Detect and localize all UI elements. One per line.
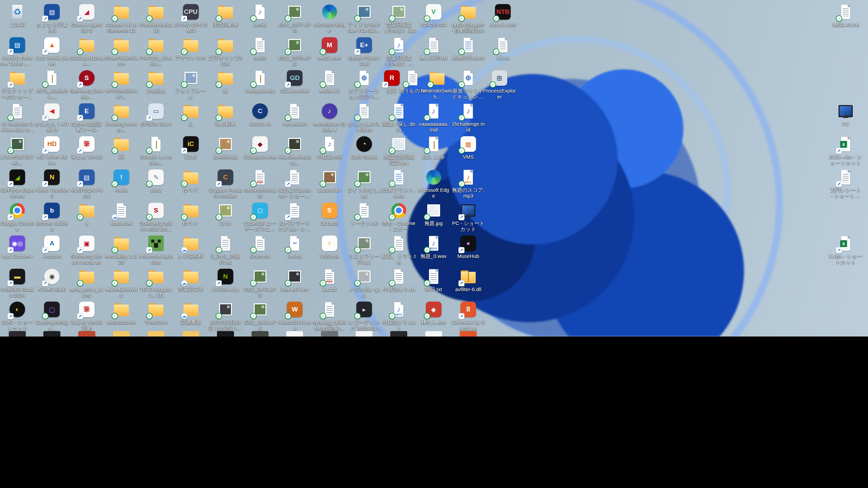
desktop-icon[interactable]: ✓PIAPRO_CHARA... (139, 37, 173, 67)
desktop-icon[interactable]: ◢↗GeForce Experience (0, 169, 35, 199)
desktop-icon[interactable]: CCeVIO AI (243, 103, 277, 127)
desktop-icon[interactable]: ✓TimeTune (139, 301, 173, 325)
desktop-icon[interactable]: ✓フォトフレーム (174, 69, 208, 100)
desktop-icon[interactable]: ♪WAV✓小銭詰まり.wav (381, 301, 416, 331)
desktop-icon[interactable]: ▦✓VMS (451, 136, 486, 160)
cut-off-icon-top[interactable] (286, 331, 303, 337)
desktop-icon[interactable]: ✓ESC_2877.JPG (277, 3, 312, 34)
desktop-icon[interactable]: ✓ゆうと (174, 202, 208, 226)
desktop-icon[interactable]: ✓general.ini (277, 103, 312, 127)
desktop-icon[interactable]: ✓営業日変更（月水金）.jpg (381, 3, 416, 34)
desktop-icon[interactable]: ↗Google Chrome (0, 202, 35, 232)
desktop-icon[interactable]: ✎✓Lhaz (139, 169, 173, 193)
desktop-icon[interactable]: ✓MikuMikuWorld (104, 268, 139, 298)
desktop-icon[interactable]: ✓アナウンス冬 (174, 37, 208, 61)
desktop-icon[interactable]: ♻ごみ箱 (0, 3, 35, 27)
desktop-icon[interactable]: ✓(仮)_1.zip (416, 136, 451, 160)
desktop-icon[interactable]: ☁Masayuki (104, 202, 139, 226)
desktop-icon[interactable]: ☁交通事故 (174, 301, 208, 325)
desktop-icon[interactable]: ▬↗Insta360 Studio 2024 (0, 268, 35, 298)
desktop-icon[interactable]: NTB✓あああ.ppsf (486, 3, 520, 27)
cut-off-icon-top[interactable] (321, 331, 338, 337)
desktop-icon[interactable]: ✓6973_Audiority-... (35, 69, 69, 100)
desktop-icon[interactable]: ✓ppt2AD9.pptm - 自動回復済み (451, 3, 486, 34)
desktop-icon[interactable]: ✓synology diskstation関係.t... (312, 301, 347, 331)
desktop-icon[interactable]: ✓メダル払い.jpg (347, 268, 381, 298)
desktop-icon[interactable]: ✓植物の姿.docx (451, 37, 486, 61)
desktop-icon[interactable]: ▭↗EPSON Scan (139, 103, 173, 127)
desktop-icon[interactable]: ▸✓レコーディング 2025-03-1... (347, 301, 381, 331)
cut-off-icon-top[interactable] (356, 331, 373, 337)
desktop-icon[interactable]: ✓無題.jpg (416, 202, 451, 226)
desktop-icon[interactable]: ✓a.usc (243, 37, 277, 61)
desktop-icon[interactable]: ●↗MuseHub (451, 235, 486, 259)
desktop-icon[interactable]: ♪MuseScore Studio 4 (312, 103, 347, 133)
desktop-icon[interactable]: ↗PC - ショートカット (451, 202, 486, 232)
desktop-icon[interactable]: ✓友 (208, 69, 243, 94)
desktop-icon[interactable]: ◢↗Groove Agent SE 5 (70, 3, 104, 34)
desktop-icon[interactable]: ☁レジ袋有料 (174, 235, 208, 259)
desktop-icon[interactable]: W✓iWatchDVR.exe (277, 301, 312, 331)
cut-off-icon-top[interactable] (113, 331, 130, 337)
desktop-icon[interactable]: ✓ESC_2472.JPG (243, 268, 277, 298)
cut-off-icon-top[interactable] (252, 331, 269, 337)
desktop-icon[interactable]: ◻✓CubeICE ユーザーズマニュアル (243, 202, 277, 232)
desktop-icon[interactable]: ♪✓a.mid (243, 3, 277, 27)
desktop-icon[interactable]: ✓17cce509721746... (0, 136, 35, 166)
desktop-icon[interactable]: ✓父子キャンプ2018 (208, 37, 243, 67)
cut-off-icon-top[interactable] (78, 331, 95, 337)
desktop-icon[interactable]: ✓電気自動車 (208, 3, 243, 27)
desktop-icon[interactable]: ↗万円レシート - ショートカット (828, 169, 863, 199)
desktop-icon[interactable]: ♪✓uaaaaaaaaa.mid (416, 103, 451, 133)
desktop-icon[interactable]: S✓Steinberg built-in ASIO Driver 1.0.9 (139, 202, 173, 232)
desktop-icon[interactable]: CPU↗CPUID CPU-Z MSI (174, 3, 208, 34)
desktop-icon[interactable]: ◆✓林さん.exe (416, 301, 451, 325)
desktop-icon[interactable]: ♪WAV✓営業日変更（月水金）.wav (381, 37, 416, 67)
desktop-icon[interactable]: ✓アイドルYouTube YOASOBI - Topi... (347, 3, 381, 34)
desktop-icon[interactable]: ✓EnterFolderName (104, 37, 139, 67)
desktop-icon[interactable]: X↗2023-.xlsx - ショートカット (828, 136, 863, 166)
desktop-icon[interactable]: ✓明日.txt (416, 268, 451, 292)
desktop-icon[interactable]: ↗IDおよびpass.txt - ショートカット (277, 169, 312, 199)
desktop-icon[interactable]: ✓MoZA.ini (312, 69, 347, 94)
desktop-icon[interactable]: ✓Scratch 1.4.msi.in... (139, 136, 173, 166)
desktop-icon[interactable]: ✓トークン.txt (347, 202, 381, 226)
desktop-icon[interactable]: 筆↗筆まめ Ver.33 (70, 136, 104, 160)
desktop-icon[interactable]: ✓MuseScore4 (104, 301, 139, 325)
desktop-icon[interactable]: PC (828, 103, 863, 127)
desktop-icon[interactable]: S↗Steinberg Downlo... (70, 69, 104, 100)
desktop-icon[interactable]: ✓タイトルなし.jpg (347, 169, 381, 199)
desktop-icon[interactable]: ✓ミニトマト一円.jpg (347, 235, 381, 265)
desktop-icon[interactable]: 筆↗筆まめ Ver.33起動 (70, 301, 104, 331)
desktop-icon[interactable]: C↗Crypton Product Installer (208, 169, 243, 199)
desktop-icon[interactable]: ✓a (70, 202, 104, 226)
desktop-icon[interactable]: ✓TETO-tougou-1... (1) (139, 268, 173, 298)
desktop-icon[interactable]: ✓MediaBay 1.2.20 (104, 235, 139, 265)
desktop-icon[interactable]: ✓3_24-3_25旅行.txt (208, 235, 243, 265)
desktop-icon[interactable]: ✓aero_arrow_xl.png (70, 268, 104, 298)
desktop-icon[interactable]: Microsoft Edge (416, 169, 451, 199)
desktop-icon[interactable]: ✓114856.jpg (208, 136, 243, 160)
desktop-icon[interactable]: ✓83011dbd124a4... (70, 37, 104, 67)
cut-off-icon-top[interactable] (217, 331, 234, 337)
desktop-icon[interactable]: ✓路上駐車 (208, 103, 243, 127)
desktop-icon[interactable]: ▤↗さよなら手書き5 (35, 3, 69, 34)
desktop-icon[interactable]: GD↗GDLauncher (277, 69, 312, 94)
cut-off-icon-top[interactable] (147, 331, 164, 337)
desktop-icon[interactable]: ✓15 Seconds Online ADB Installer an... (0, 103, 35, 133)
desktop-icon[interactable]: ▤↗Intel(R) Extreme Tuning Utility (0, 37, 35, 67)
desktop-icon[interactable]: ✓image0.jpeg (277, 268, 312, 292)
desktop-icon[interactable]: ✓気温方眼用紙設定.jpg (381, 136, 416, 166)
desktop-icon[interactable]: PDF✓aa.pdf (312, 268, 347, 292)
desktop-icon[interactable]: ✓2021年2月19日 11時2分 (1).jpg (208, 301, 243, 331)
desktop-icon[interactable]: !✓malib (104, 169, 139, 193)
desktop-icon[interactable]: PDF✓consentform.pdf (243, 169, 277, 199)
desktop-icon[interactable]: iC↗iCUE (174, 136, 208, 160)
desktop-icon[interactable]: ✓hisasiburinoyatu... (277, 136, 312, 166)
desktop-icon[interactable]: Microsoft Edge (312, 3, 347, 34)
desktop-icon[interactable]: ◆✓Cubase14.exe (243, 136, 277, 160)
desktop-icon[interactable]: ▢✓GamingIntellige... (35, 301, 69, 331)
desktop-icon[interactable]: ✓LE.txt (486, 37, 520, 61)
desktop-icon[interactable]: ✓小銭詰まり.txt (381, 268, 416, 292)
desktop-icon[interactable]: HD↗HD Writer AE 5.4 (35, 136, 69, 166)
